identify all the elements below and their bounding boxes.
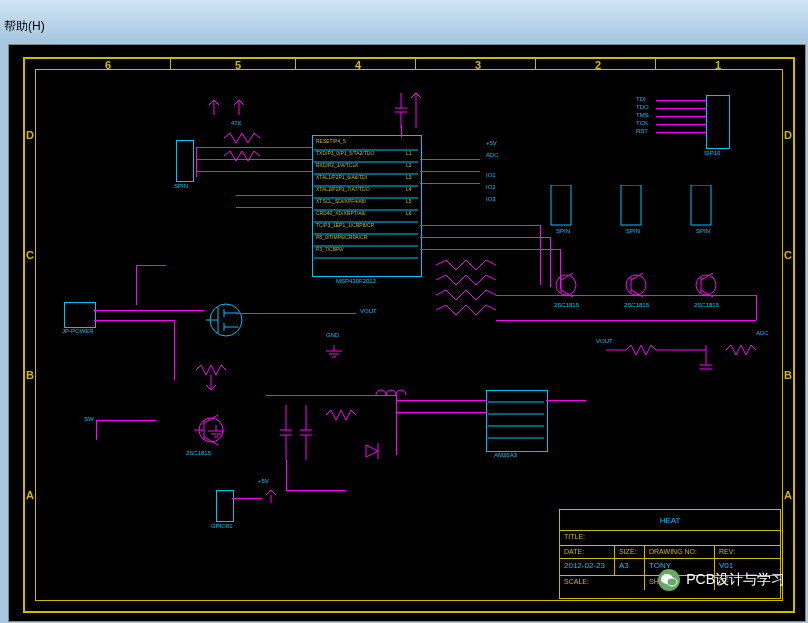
- hdr3: SPIN: [696, 228, 710, 234]
- net-5v: +5V: [486, 140, 497, 146]
- gnd2: [324, 345, 344, 359]
- pin-l9: P3_7/CBP0/: [316, 246, 344, 252]
- jtag-header[interactable]: [706, 95, 730, 149]
- r-up-left2: [224, 148, 274, 168]
- sheet-frame: 6 5 4 3 2 1 D C B A D C B A MSP430F2012 …: [23, 57, 795, 613]
- tb-date: 2012-02-23: [560, 559, 615, 575]
- jtag-name: SIP10: [704, 150, 720, 156]
- tb-size-l: SIZE:: [615, 546, 645, 558]
- svg-point-10: [556, 275, 576, 295]
- net-tms: TMS: [636, 112, 649, 118]
- mosfet: [196, 295, 256, 350]
- row-a-r: A: [784, 489, 792, 501]
- pin-l6: CRD40_XD/XRPT/A9/: [316, 210, 366, 216]
- pin-l2: RXD/P2_1/A/TCLK: [316, 162, 359, 168]
- adc-lbl: ADC: [756, 330, 769, 336]
- pwr-a: [261, 488, 281, 508]
- schematic-canvas[interactable]: 6 5 4 3 2 1 D C B A D C B A MSP430F2012 …: [8, 44, 806, 622]
- pin-l7: TC/P3_1EP1_1/CRP8/CR: [316, 222, 374, 228]
- power-arrows: [204, 95, 264, 135]
- tb-size: A3: [615, 559, 645, 575]
- pin-l0: RESET/P4_5: [316, 138, 346, 144]
- tb-title-label: TITLE:: [560, 531, 780, 545]
- gnd-lbl: GND: [326, 332, 339, 338]
- passive-cluster: [266, 385, 416, 495]
- gpio-name: GPIO01: [211, 523, 233, 529]
- q-bl-name: 2SC1815: [186, 450, 211, 456]
- svg-rect-24: [691, 185, 711, 225]
- vout-lbl: VOUT: [360, 308, 377, 314]
- pin-l1: TXD/P3_0/P1_5/TA2/TDO: [316, 150, 374, 156]
- hdr1: SPIN: [556, 228, 570, 234]
- pin-l3: XTAL1/P2P1_6/A6/TDI: [316, 174, 367, 180]
- q2-name: 2SC1815: [624, 302, 649, 308]
- row-c-r: C: [784, 249, 792, 261]
- r-up-left: [224, 130, 274, 150]
- adc-filter: [606, 335, 766, 395]
- power-conn-name: JP-POWER: [62, 328, 94, 334]
- ic-aux-name: AM26A3: [494, 452, 517, 458]
- row-b-r: B: [784, 369, 792, 381]
- svg-point-73: [667, 578, 677, 586]
- pin-r4: L5: [406, 198, 412, 204]
- q-bl: [186, 405, 236, 455]
- tb-project: HEAT: [660, 516, 681, 525]
- q1-name: 2SC1815: [554, 302, 579, 308]
- net-io1: IO1: [486, 172, 496, 178]
- menu-help[interactable]: 帮助(H): [4, 19, 45, 33]
- ic-aux-pins: [488, 392, 544, 448]
- mcu-decouple: [391, 88, 431, 138]
- net-adc: ADC: [486, 152, 499, 158]
- tb-rev-l: REV:: [715, 546, 780, 558]
- pin-r1: L2: [406, 162, 412, 168]
- vout2: VOUT: [596, 338, 613, 344]
- wechat-icon: [658, 569, 680, 591]
- row-c-l: C: [26, 249, 34, 261]
- tb-date-l: DATE:: [560, 546, 615, 558]
- pin-l8: P8_0/TIMP6/CRPA/CR: [316, 234, 367, 240]
- net-io3: IO3: [486, 196, 496, 202]
- net-tdi: TDI: [636, 96, 646, 102]
- row-a-l: A: [26, 489, 34, 501]
- ic-mcu-name: MSP430F2012: [336, 278, 376, 284]
- r-val1: 47K: [231, 120, 242, 126]
- pin-r3: L4: [406, 186, 412, 192]
- net-tck: TCK: [636, 120, 648, 126]
- tb-drw-l: DRAWING NO:: [645, 546, 715, 558]
- q3-name: 2SC1815: [694, 302, 719, 308]
- pin-r5: L6: [406, 210, 412, 216]
- pwr-a-lbl: +5V: [258, 478, 269, 484]
- row-d-l: D: [26, 129, 34, 141]
- hdr2: SPIN: [626, 228, 640, 234]
- pin-r2: L3: [406, 174, 412, 180]
- row-b-l: B: [26, 369, 34, 381]
- pin-l5: XTSCL_SDI/XPF4/A8/: [316, 198, 366, 204]
- power-connector[interactable]: [64, 302, 96, 328]
- menubar[interactable]: 帮助(H): [0, 0, 808, 40]
- sw-lbl: SW: [84, 416, 94, 422]
- net-rst: RST: [636, 128, 648, 134]
- net-io2: IO2: [486, 184, 496, 190]
- dpin-header[interactable]: [176, 140, 194, 182]
- svg-rect-23: [621, 185, 641, 225]
- net-tdo: TDO: [636, 104, 649, 110]
- watermark: PCB设计与学习: [658, 569, 785, 591]
- svg-rect-22: [551, 185, 571, 225]
- row-d-r: D: [784, 129, 792, 141]
- svg-point-14: [626, 275, 646, 295]
- svg-point-18: [696, 275, 716, 295]
- tb-scale-l: SCALE:: [560, 576, 645, 590]
- pin-l4: XTAL2/P2P1_7/A7/TDO: [316, 186, 370, 192]
- dpin-name: SPIN: [174, 183, 188, 189]
- gpio-header[interactable]: [216, 490, 234, 522]
- pin-r0: L1: [406, 150, 412, 156]
- watermark-text: PCB设计与学习: [686, 571, 785, 589]
